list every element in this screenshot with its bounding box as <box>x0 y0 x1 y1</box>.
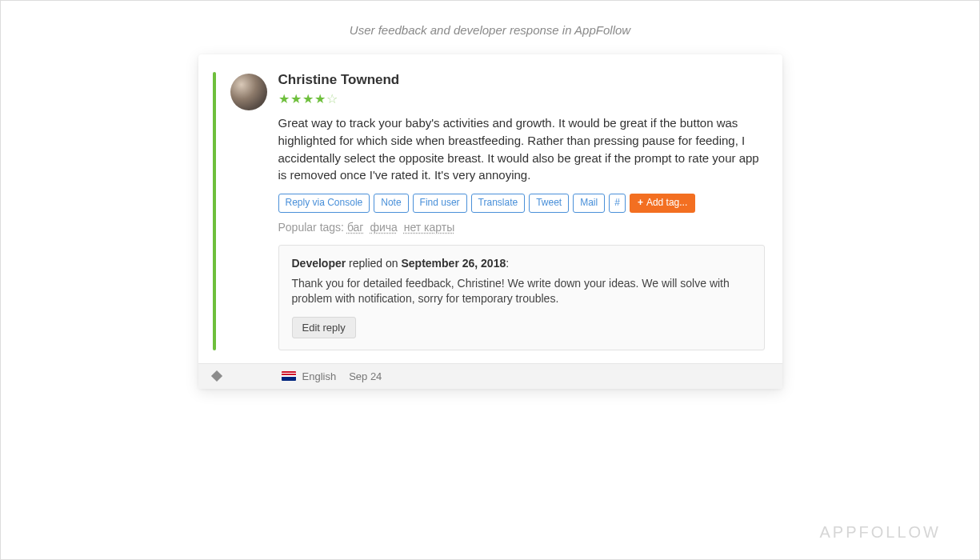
developer-reply-text: Thank you for detailed feedback, Christi… <box>292 276 751 307</box>
action-row: Reply via Console Note Find user Transla… <box>278 194 765 213</box>
avatar-column <box>230 72 278 350</box>
add-tag-button[interactable]: + Add tag... <box>630 194 695 213</box>
hash-button[interactable]: # <box>609 194 626 213</box>
footer-date: Sep 24 <box>349 370 382 382</box>
find-user-button[interactable]: Find user <box>413 194 467 213</box>
developer-colon: : <box>506 257 509 270</box>
author-name: Christine Townend <box>278 72 765 88</box>
accent-bar <box>213 72 216 350</box>
reply-via-console-button[interactable]: Reply via Console <box>278 194 370 213</box>
flag-icon <box>282 371 296 381</box>
tweet-button[interactable]: Tweet <box>529 194 569 213</box>
star-full-icon: ★ <box>290 92 302 106</box>
plus-icon: + <box>638 197 643 210</box>
card-footer: English Sep 24 <box>198 363 782 389</box>
watermark: APPFOLLOW <box>820 523 941 542</box>
language-group[interactable]: English <box>282 370 337 382</box>
page-caption: User feedback and developer response in … <box>1 1 979 54</box>
star-full-icon: ★ <box>278 92 290 106</box>
avatar <box>230 74 267 110</box>
review-body: Christine Townend ★★★★☆ Great way to tra… <box>198 54 782 363</box>
developer-verb: replied on <box>349 257 398 270</box>
add-tag-label: Add tag... <box>646 197 687 210</box>
developer-reply-box: Developer replied on September 26, 2018:… <box>278 245 765 350</box>
review-content: Christine Townend ★★★★☆ Great way to tra… <box>278 72 765 350</box>
popular-tag[interactable]: баг <box>347 221 364 234</box>
popular-tags-label: Popular tags: <box>278 221 345 234</box>
language-label: English <box>302 370 337 382</box>
star-full-icon: ★ <box>314 92 326 106</box>
platform-icon <box>210 370 222 382</box>
popular-tags-row: Popular tags: баг фича нет карты <box>278 221 765 234</box>
edit-reply-button[interactable]: Edit reply <box>292 317 356 338</box>
translate-button[interactable]: Translate <box>471 194 526 213</box>
note-button[interactable]: Note <box>374 194 408 213</box>
star-full-icon: ★ <box>302 92 314 106</box>
review-text: Great way to track your baby's activitie… <box>278 114 765 184</box>
developer-reply-date: September 26, 2018 <box>401 257 506 270</box>
developer-role: Developer <box>292 257 346 270</box>
popular-tags-list: баг фича нет карты <box>347 221 458 234</box>
review-card: Christine Townend ★★★★☆ Great way to tra… <box>198 54 782 389</box>
star-empty-icon: ☆ <box>326 92 338 106</box>
mail-button[interactable]: Mail <box>573 194 605 213</box>
star-rating: ★★★★☆ <box>278 91 765 106</box>
popular-tag[interactable]: фича <box>370 221 397 234</box>
popular-tag[interactable]: нет карты <box>404 221 455 234</box>
developer-reply-header: Developer replied on September 26, 2018: <box>292 257 751 270</box>
